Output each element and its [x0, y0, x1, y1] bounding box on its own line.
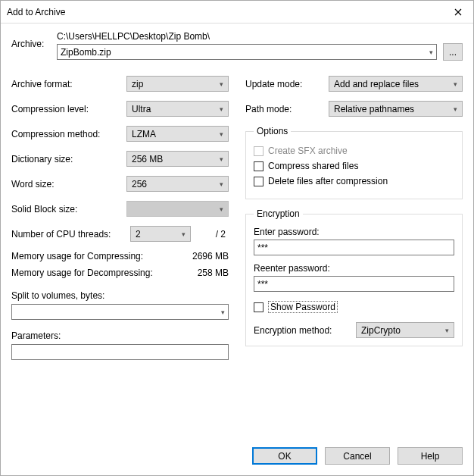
encryption-group: Encryption Enter password: *** Reenter p…	[245, 208, 463, 346]
mem-comp-label: Memory usage for Compressing:	[11, 251, 143, 261]
button-row: OK Cancel Help	[1, 441, 473, 475]
update-select[interactable]: Add and replace files▾	[329, 76, 463, 92]
options-group: Options Create SFX archive Compress shar…	[245, 126, 463, 199]
chevron-down-icon: ▾	[445, 327, 449, 334]
close-button[interactable]	[443, 2, 473, 23]
cpu-label: Number of CPU threads:	[11, 229, 130, 240]
pathmode-label: Path mode:	[245, 104, 329, 114]
shared-label: Compress shared files	[268, 161, 358, 171]
archive-path: C:\Users\HELLPC\Desktop\Zip Bomb\	[57, 31, 463, 42]
browse-button[interactable]: ...	[443, 43, 463, 61]
params-label: Parameters:	[11, 330, 229, 341]
window-title: Add to Archive	[7, 7, 443, 17]
sfx-checkbox	[254, 146, 264, 156]
format-select[interactable]: zip▾	[126, 76, 229, 92]
sfx-label: Create SFX archive	[268, 146, 348, 156]
chevron-down-icon: ▾	[220, 180, 223, 188]
dict-select[interactable]: 256 MB▾	[126, 151, 229, 167]
mem-decomp-value: 258 MB	[198, 268, 229, 278]
chevron-down-icon: ▾	[221, 308, 225, 316]
chevron-down-icon: ▾	[220, 155, 223, 163]
chevron-down-icon: ▾	[454, 105, 457, 113]
word-label: Word size:	[11, 179, 126, 189]
archive-filename-combo[interactable]: ZipBomb.zip ▾	[57, 44, 437, 60]
chevron-down-icon: ▾	[220, 130, 223, 138]
word-select[interactable]: 256▾	[126, 176, 229, 192]
method-label: Compression method:	[11, 129, 126, 139]
options-legend: Options	[254, 126, 291, 136]
enc-method-label: Encryption method:	[254, 325, 356, 336]
cpu-select[interactable]: 2▾	[130, 226, 191, 242]
params-input[interactable]	[11, 344, 229, 360]
left-column: Archive format: zip▾ Compression level: …	[11, 76, 229, 435]
right-column: Update mode: Add and replace files▾ Path…	[245, 76, 463, 435]
level-label: Compression level:	[11, 104, 126, 114]
content-area: Archive: C:\Users\HELLPC\Desktop\Zip Bom…	[1, 23, 473, 441]
archive-label: Archive:	[11, 31, 57, 49]
show-password-checkbox[interactable]	[254, 302, 264, 312]
split-label: Split to volumes, bytes:	[11, 290, 229, 301]
solid-label: Solid Block size:	[11, 204, 126, 215]
cancel-button[interactable]: Cancel	[325, 447, 390, 465]
cpu-total: / 2	[191, 229, 229, 240]
mem-comp-value: 2696 MB	[192, 251, 229, 261]
chevron-down-icon: ▾	[429, 49, 433, 56]
chevron-down-icon: ▾	[220, 105, 223, 113]
mem-decomp-label: Memory usage for Decompressing:	[11, 268, 153, 278]
reenter-password-label: Reenter password:	[254, 263, 454, 274]
split-combo[interactable]: ▾	[11, 304, 229, 320]
encryption-legend: Encryption	[254, 208, 303, 219]
chevron-down-icon: ▾	[454, 80, 457, 88]
enter-password-label: Enter password:	[254, 227, 454, 237]
chevron-down-icon: ▾	[182, 230, 186, 238]
delete-label: Delete files after compression	[268, 176, 388, 186]
level-select[interactable]: Ultra▾	[126, 101, 229, 117]
dialog-window: Add to Archive Archive: C:\Users\HELLPC\…	[0, 0, 474, 476]
ok-button[interactable]: OK	[252, 447, 317, 465]
delete-checkbox[interactable]	[254, 177, 264, 186]
help-button[interactable]: Help	[398, 447, 463, 465]
archive-row: Archive: C:\Users\HELLPC\Desktop\Zip Bom…	[11, 31, 463, 61]
enc-method-select[interactable]: ZipCrypto▾	[356, 322, 454, 338]
titlebar: Add to Archive	[1, 1, 473, 23]
close-icon	[454, 8, 462, 16]
reenter-password-input[interactable]: ***	[254, 276, 454, 292]
dict-label: Dictionary size:	[11, 154, 126, 164]
pathmode-select[interactable]: Relative pathnames▾	[329, 101, 463, 117]
chevron-down-icon: ▾	[220, 80, 223, 88]
chevron-down-icon: ▾	[220, 205, 223, 213]
shared-checkbox[interactable]	[254, 161, 264, 171]
update-label: Update mode:	[245, 79, 329, 89]
archive-filename-value: ZipBomb.zip	[61, 47, 111, 58]
solid-select: ▾	[126, 201, 229, 217]
method-select[interactable]: LZMA▾	[126, 126, 229, 142]
format-label: Archive format:	[11, 79, 126, 89]
show-password-label: Show Password	[268, 301, 338, 313]
enter-password-input[interactable]: ***	[254, 240, 454, 255]
